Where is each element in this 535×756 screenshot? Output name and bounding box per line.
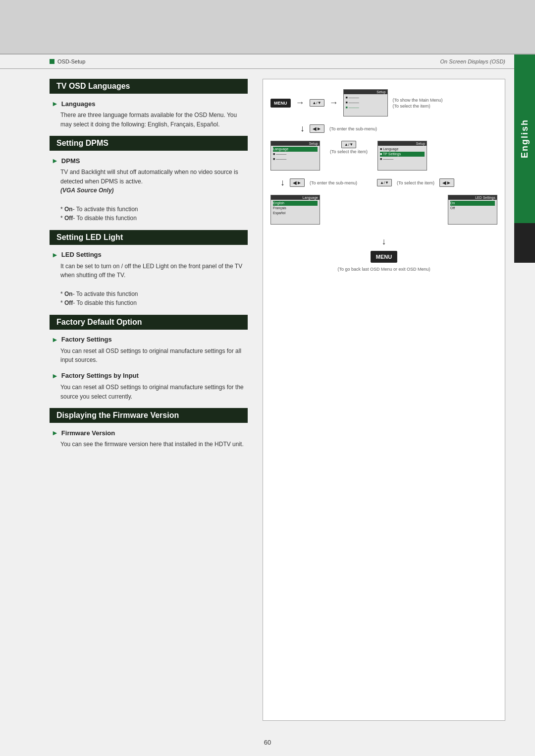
screen-body-language: Language ■ ——— ■ ———	[271, 146, 320, 162]
menu-button-icon: MENU	[270, 99, 291, 108]
screen-body-tp: ■ Language ■ TP Settings ■ ———	[378, 146, 427, 162]
right-tab-dark	[514, 223, 535, 263]
diagram-back-section: ↓ MENU (To go back last OSD Menu or exit…	[270, 236, 497, 272]
sub-title-languages: ► Languages	[52, 100, 248, 108]
led-off: Off	[64, 299, 73, 306]
nav-up-down-3: ▲/▼	[377, 179, 392, 186]
arrow-down-1: ↓	[300, 123, 305, 134]
english-tab-text: English	[520, 119, 530, 158]
section-header-firmware: Displaying the Firmware Version	[50, 408, 248, 423]
section-setting-led: Setting LED Light ► LED Settings It can …	[50, 230, 248, 315]
sub-body-led: It can be set to turn on / off the LED L…	[52, 262, 248, 308]
subsection-factory-settings-by-input: ► Factory Settings by Input You can rese…	[50, 372, 248, 401]
section-setting-dpms: Setting DPMS ► DPMS TV and Backlight wil…	[50, 136, 248, 230]
screen-language: Setup Language ■ ——— ■ ———	[270, 141, 320, 171]
caption-back: (To go back last OSD Menu or exit OSD Me…	[337, 267, 430, 272]
subsection-factory-settings: ► Factory Settings You can reset all OSD…	[50, 336, 248, 365]
breadcrumb: OSD-Setup On Screen Displays (OSD)	[0, 55, 535, 69]
left-column: TV OSD Languages ► Languages There are t…	[50, 79, 248, 721]
right-column-diagram: MENU → ▲/▼ → Setup ■ ——— ■ ——— ■ ——— (To…	[263, 79, 505, 721]
diagram-row-3: Language English Français Español LED Se…	[270, 195, 497, 225]
screen-language-highlight: Language	[273, 147, 318, 152]
section-header-dpms: Setting DPMS	[50, 136, 248, 151]
arrow-right-1: →	[296, 98, 305, 108]
subsection-dpms: ► DPMS TV and Backlight will shut off au…	[50, 157, 248, 223]
screen-setup-1: Setup ■ ——— ■ ——— ■ ———	[343, 89, 388, 116]
screen-title-english: Language	[271, 195, 320, 200]
english-tab: English	[514, 55, 535, 223]
screen-title-led: LED Settings	[448, 195, 497, 200]
section-header-tv-osd: TV OSD Languages	[50, 79, 248, 94]
screen-tp-highlight: ■ TP Settings	[380, 152, 425, 157]
subsection-led: ► LED Settings It can be set to turn on …	[50, 251, 248, 308]
screen-title-setup1: Setup	[344, 90, 387, 94]
section-factory-default: Factory Default Option ► Factory Setting…	[50, 315, 248, 408]
diagram-row-1: MENU → ▲/▼ → Setup ■ ——— ■ ——— ■ ——— (To…	[270, 89, 497, 116]
breadcrumb-label: OSD-Setup	[57, 58, 85, 64]
arrow-icon-factory-input: ►	[52, 372, 58, 380]
nav-group-2: ▲/▼ (To select the item)	[330, 141, 368, 154]
main-content: TV OSD Languages ► Languages There are t…	[0, 69, 535, 731]
screen-group-language: Setup Language ■ ——— ■ ———	[270, 141, 320, 171]
subsection-languages: ► Languages There are three language for…	[50, 100, 248, 129]
section-tv-osd-languages: TV OSD Languages ► Languages There are t…	[50, 79, 248, 136]
caption-enter-sub1: (To enter the sub-menu)	[329, 126, 377, 131]
screen-title-tp: Setup	[378, 141, 427, 146]
sub-title-led: ► LED Settings	[52, 251, 248, 259]
screen-english-highlight: English	[273, 201, 318, 206]
subsection-firmware-version: ► Firmware Version You can see the firmw…	[50, 429, 248, 449]
arrow-icon-languages: ►	[52, 100, 58, 108]
breadcrumb-icon	[50, 59, 54, 64]
sub-title-factory-settings: ► Factory Settings	[52, 336, 248, 344]
page: English OSD-Setup On Screen Displays (OS…	[0, 0, 535, 756]
arrow-down-2: ↓	[280, 177, 285, 188]
arrow-right-2: →	[329, 98, 338, 108]
nav-btn-group-1: ▲/▼	[310, 99, 324, 107]
screen-body-setup1: ■ ——— ■ ——— ■ ———	[344, 94, 387, 111]
section-header-led: Setting LED Light	[50, 230, 248, 245]
screen-tp: Setup ■ Language ■ TP Settings ■ ———	[377, 141, 427, 171]
diagram-captions-1: (To show the Main Menu) (To select the i…	[393, 98, 443, 109]
page-number: 60	[0, 731, 535, 756]
sub-body-factory-settings: You can reset all OSD settings to origin…	[52, 347, 248, 365]
breadcrumb-left: OSD-Setup	[50, 58, 85, 64]
diagram-row-enter-sub1: ↓ ◀► (To enter the sub-menu)	[270, 123, 497, 134]
section-header-factory: Factory Default Option	[50, 315, 248, 330]
caption-enter-sub2: (To enter the sub-menu)	[310, 180, 357, 185]
top-bar	[0, 0, 535, 55]
dpms-vga-note: (VGA Source Only)	[60, 187, 114, 194]
nav-up-down-1: ▲/▼	[310, 99, 324, 107]
arrow-icon-led: ►	[52, 251, 58, 259]
led-on: On	[64, 291, 73, 297]
screen-led-highlight: On	[450, 201, 495, 206]
caption-select-2: (To select the item)	[330, 149, 368, 154]
screen-group-english: Language English Français Español	[270, 195, 320, 225]
screen-title-language: Setup	[271, 141, 320, 146]
enter-sub-btn-1: ◀►	[310, 124, 324, 133]
screen-english: Language English Français Español	[270, 195, 320, 225]
diagram-row-2: Setup Language ■ ——— ■ ——— ▲/▼ (To selec…	[270, 141, 497, 171]
diagram-row-enter-sub2: ↓ ◀► (To enter the sub-menu) ▲/▼ (To sel…	[270, 177, 497, 188]
screen-body-led: On Off	[448, 200, 497, 212]
sub-body-languages: There are three language formats availab…	[52, 111, 248, 129]
dpms-on: On	[64, 206, 73, 213]
caption-select-3: (To select the item)	[397, 180, 434, 185]
nav-up-down-2: ▲/▼	[341, 141, 356, 148]
breadcrumb-right: On Screen Displays (OSD)	[440, 58, 505, 64]
screen-group-tp: Setup ■ Language ■ TP Settings ■ ———	[377, 141, 427, 171]
sub-title-dpms: ► DPMS	[52, 157, 248, 165]
caption-show-main: (To show the Main Menu)	[393, 98, 443, 103]
menu-button-back: MENU	[371, 251, 397, 263]
sub-title-firmware: ► Firmware Version	[52, 429, 248, 437]
screen-body-english: English Français Español	[271, 200, 320, 216]
dpms-off: Off	[64, 215, 73, 222]
sub-body-firmware: You can see the firmware version here th…	[52, 440, 248, 449]
caption-select-item-1: (To select the item)	[393, 104, 430, 109]
enter-sub-btn-2: ◀►	[290, 178, 305, 187]
sub-title-factory-input: ► Factory Settings by Input	[52, 372, 248, 380]
arrow-icon-firmware: ►	[52, 429, 58, 437]
enter-sub-btn-3: ◀►	[439, 178, 454, 187]
sub-body-dpms: TV and Backlight will shut off automatic…	[52, 168, 248, 223]
section-firmware: Displaying the Firmware Version ► Firmwa…	[50, 408, 248, 456]
arrow-down-3: ↓	[382, 236, 386, 247]
